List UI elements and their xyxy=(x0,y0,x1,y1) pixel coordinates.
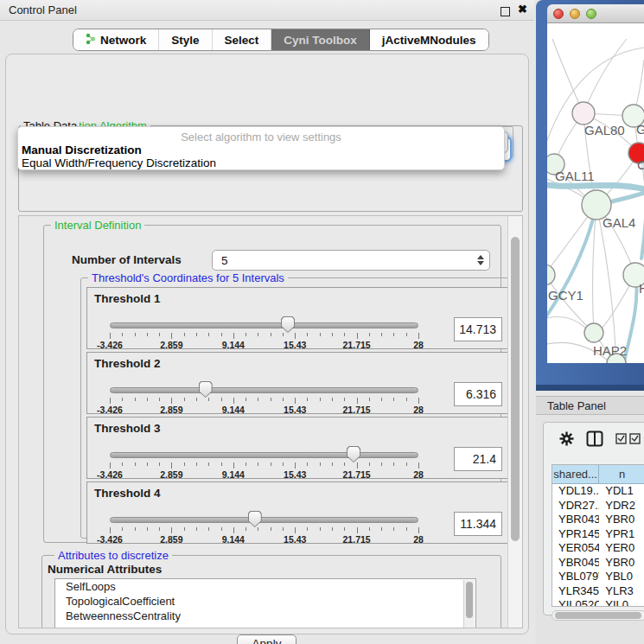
network-canvas[interactable]: GAL80 G C GAL11 GAL4 GCY1 H HAP2 xyxy=(547,23,644,363)
tab-select[interactable]: Select xyxy=(213,29,272,50)
number-of-intervals-combobox[interactable]: 5 xyxy=(212,250,490,271)
thresholds-group: Threshold's Coordinates for 5 Intervals … xyxy=(80,277,518,539)
slider[interactable] xyxy=(110,314,418,331)
node-hap2 xyxy=(584,323,603,342)
control-panel: Control Panel ✖ Network Style xyxy=(0,0,534,644)
slider-ticks xyxy=(110,398,418,405)
tab-network-label: Network xyxy=(100,34,146,47)
apply-button[interactable]: Apply xyxy=(237,634,296,644)
number-of-intervals-label: Number of Intervals xyxy=(72,253,182,266)
node-label-gal80: GAL80 xyxy=(584,123,625,137)
slider-scale: -3.4262.8599.14415.4321.71528 xyxy=(110,469,418,479)
node-table[interactable]: shared... n YDL19...YDL1 YDR27...YDR2 YB… xyxy=(552,464,644,607)
column-header-shared-name[interactable]: shared... xyxy=(552,465,599,484)
table-row[interactable]: YBR045CYBR0 xyxy=(552,556,644,571)
cell: YPR1 xyxy=(599,527,644,542)
threshold-value-field[interactable]: 21.4 xyxy=(454,447,502,471)
table-panel-inner: shared... n YDL19...YDL1 YDR27...YDR2 YB… xyxy=(543,422,644,615)
threshold-value-field[interactable]: 11.344 xyxy=(454,512,502,536)
threshold-label: Threshold 4 xyxy=(94,487,161,500)
zoom-traffic-light-icon[interactable] xyxy=(586,9,596,19)
scrollbar-thumb[interactable] xyxy=(511,237,520,541)
table-row[interactable]: YPR145WYPR1 xyxy=(552,527,644,542)
tab-style-label: Style xyxy=(171,34,199,47)
slider-track[interactable] xyxy=(110,322,418,328)
interval-definition-title: Interval Definition xyxy=(51,219,144,232)
attributes-list-scrollbar[interactable] xyxy=(463,580,475,628)
node-label-gcy1: GCY1 xyxy=(548,288,583,303)
table-panel-body: shared... n YDL19...YDL1 YDR27...YDR2 YB… xyxy=(536,415,644,644)
slider-track[interactable] xyxy=(110,517,418,523)
tab-cyni-toolbox[interactable]: Cyni Toolbox xyxy=(271,29,370,50)
slider[interactable] xyxy=(110,379,418,396)
table-horizontal-scrollbar[interactable] xyxy=(552,610,644,621)
cell: YBL079W xyxy=(552,570,599,584)
popup-option-manual-discretization[interactable]: Manual Discretization xyxy=(22,143,142,156)
cell: YBL0 xyxy=(599,570,644,584)
attributes-group: Attributes to discretize Numerical Attri… xyxy=(41,555,501,628)
slider-track[interactable] xyxy=(110,387,418,393)
slider[interactable] xyxy=(110,508,418,526)
thresholds-title: Threshold's Coordinates for 5 Intervals xyxy=(88,271,288,284)
popup-option-equal-width-frequency[interactable]: Equal Width/Frequency Discretization xyxy=(22,156,216,169)
cell: YBR043C xyxy=(552,513,599,527)
scrollbar-thumb[interactable] xyxy=(555,612,641,619)
interval-definition-group: Interval Definition Number of Intervals … xyxy=(43,225,501,543)
tab-network[interactable]: Network xyxy=(73,29,159,50)
list-item[interactable]: BetweennessCentrality xyxy=(55,609,475,623)
close-icon[interactable]: ✖ xyxy=(518,3,527,16)
table-row[interactable]: YER054CYER0 xyxy=(552,541,644,556)
cell: YPR145W xyxy=(552,527,599,542)
cell: YDR27... xyxy=(552,499,599,513)
table-row[interactable]: YBR043CYBR0 xyxy=(552,513,644,527)
float-window-icon[interactable] xyxy=(501,7,510,16)
algorithm-popup-hint: Select algorithm to view settings xyxy=(18,131,504,143)
tab-style[interactable]: Style xyxy=(159,29,212,50)
node-label-gal4: GAL4 xyxy=(603,215,635,230)
table-header-row: shared... n xyxy=(552,465,644,484)
table-panel-toolbar xyxy=(544,423,644,457)
gear-icon[interactable] xyxy=(559,431,574,449)
top-tab-bar: Network Style Select Cyni Toolbox jActiv… xyxy=(73,29,489,51)
list-item[interactable]: SelfLoops xyxy=(55,579,475,594)
scrollbar-thumb[interactable] xyxy=(466,582,473,618)
slider-ticks xyxy=(110,527,418,534)
cell: YDR2 xyxy=(599,499,644,513)
node-label-hap2: HAP2 xyxy=(593,343,627,358)
table-row[interactable]: YDL19...YDL1 xyxy=(552,484,644,499)
numerical-attributes-label: Numerical Attributes xyxy=(48,563,162,576)
attributes-list[interactable]: SelfLoops TopologicalCoefficient Between… xyxy=(54,578,476,628)
threshold-panel: Threshold 2 -3.4262.8599.14415.4321.7152… xyxy=(86,352,512,414)
threshold-value-field[interactable]: 14.713 xyxy=(454,317,502,341)
slider[interactable] xyxy=(110,443,418,461)
cell: YBR0 xyxy=(599,556,644,571)
threshold-label: Threshold 2 xyxy=(94,357,161,370)
slider-thumb[interactable] xyxy=(248,511,262,527)
slider-track[interactable] xyxy=(110,452,418,458)
table-row[interactable]: YIL052CYIL0 xyxy=(552,598,644,607)
network-window-titlebar[interactable] xyxy=(547,4,644,23)
slider-thumb[interactable] xyxy=(281,316,295,333)
threshold-label: Threshold 1 xyxy=(94,292,161,305)
slider-thumb[interactable] xyxy=(347,446,360,462)
slider-ticks xyxy=(110,462,418,469)
table-panel-title: Table Panel xyxy=(547,399,606,412)
table-row[interactable]: YLR345WYLR3 xyxy=(552,584,644,599)
node-gal80 xyxy=(572,102,595,124)
table-row[interactable]: YBL079WYBL0 xyxy=(552,570,644,584)
checked-checkboxes-icon[interactable] xyxy=(615,433,641,447)
cell: YIL0 xyxy=(599,598,644,607)
list-item[interactable]: TopologicalCoefficient xyxy=(55,594,475,609)
slider-thumb[interactable] xyxy=(199,381,213,398)
cell: YBR045C xyxy=(552,556,599,571)
tab-jactivemnodules[interactable]: jActiveMNodules xyxy=(370,29,488,50)
table-row[interactable]: YDR27...YDR2 xyxy=(552,499,644,513)
node-gcy1 xyxy=(547,265,555,285)
threshold-value-field[interactable]: 6.316 xyxy=(454,382,502,406)
minimize-traffic-light-icon[interactable] xyxy=(570,9,580,19)
column-header-name[interactable]: n xyxy=(599,465,644,484)
settings-vertical-scrollbar[interactable] xyxy=(507,216,522,628)
split-columns-icon[interactable] xyxy=(586,430,603,450)
close-traffic-light-icon[interactable] xyxy=(553,9,564,19)
node-label-clipped-h: H xyxy=(639,281,644,296)
